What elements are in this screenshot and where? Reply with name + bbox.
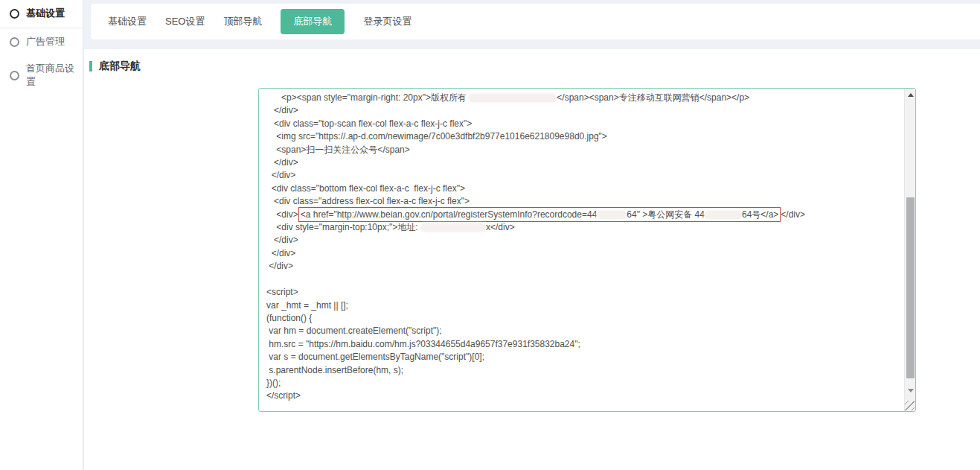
code-line: var _hmt = _hmt || []; [266, 299, 903, 312]
code-text: <img src="https://.ap-d.com/newimage/7c0… [266, 131, 607, 142]
code-line: <div class="bottom flex-col flex-a-c fle… [266, 182, 903, 195]
page-title: 底部导航 [99, 60, 141, 73]
settings-sidebar: 基础设置 广告管理 首页商品设置 [0, 0, 83, 470]
code-line: <div class="top-scan flex-col flex-a-c f… [266, 118, 903, 130]
code-line: s.parentNode.insertBefore(hm, s); [266, 364, 903, 377]
code-line [266, 273, 903, 286]
code-text: </script> [266, 390, 301, 401]
red-annotation-box: <a href="http://www.beian.gov.cn/portal/… [298, 207, 781, 222]
code-text: var _hmt = _hmt || []; [266, 300, 348, 311]
code-text: <div class="address flex-col flex-a-c fl… [266, 196, 470, 206]
code-text: </div> [781, 209, 805, 220]
footer-html-code-textarea[interactable]: <p><span style="margin-right: 20px">版权所有… [258, 88, 916, 412]
code-content: <p><span style="margin-right: 20px">版权所有… [259, 89, 904, 411]
scroll-down-button[interactable] [905, 385, 916, 396]
redacted-text [469, 94, 557, 102]
code-text: var s = document.getElementsByTagName("s… [266, 352, 484, 362]
code-text: var hm = document.createElement("script"… [266, 325, 442, 336]
code-line: </div> [266, 247, 903, 260]
code-line: hm.src = "https://hm.baidu.com/hm.js?033… [266, 338, 903, 351]
code-text: <span>扫一扫关注公众号</span> [266, 145, 410, 155]
redacted-text [705, 211, 742, 219]
tab-top-navigation[interactable]: 顶部导航 [223, 9, 262, 34]
code-line: <div><a href="http://www.beian.gov.cn/po… [266, 209, 903, 221]
code-text: <div class="bottom flex-col flex-a-c fle… [266, 183, 465, 194]
code-line: </div> [266, 104, 903, 117]
sidebar-item-label: 基础设置 [26, 7, 65, 20]
code-line: </div> [266, 169, 903, 182]
code-text: x</div> [486, 222, 515, 232]
scrollbar-thumb[interactable] [906, 197, 915, 378]
code-text: </div> [266, 157, 298, 168]
code-line: </script> [266, 390, 903, 402]
sidebar-item-label: 首页商品设置 [26, 62, 83, 89]
code-text: s.parentNode.insertBefore(hm, s); [266, 365, 403, 375]
code-line: })(); [266, 377, 903, 390]
sidebar-item-basic-settings[interactable]: 基础设置 [0, 0, 83, 28]
radio-circle-icon [10, 9, 19, 19]
code-line: </div> [266, 234, 903, 247]
code-text: (function() { [266, 313, 312, 323]
code-text: </div> [266, 170, 295, 180]
textarea-resize-grip-icon[interactable] [905, 401, 915, 410]
code-text: <a href="http://www.beian.gov.cn/portal/… [301, 209, 598, 220]
tab-basic-settings[interactable]: 基础设置 [108, 9, 147, 34]
arrow-up-icon [908, 93, 914, 97]
code-text: </div> [266, 105, 298, 115]
code-text: <script> [266, 287, 298, 297]
sidebar-item-homepage-products[interactable]: 首页商品设置 [0, 55, 83, 95]
tab-bottom-navigation[interactable]: 底部导航 [281, 9, 345, 34]
code-text: hm.src = "https://hm.baidu.com/hm.js?033… [266, 339, 580, 349]
code-line: <div style="margin-top:10px;">地址: x</div… [266, 221, 903, 234]
code-text: })(); [266, 378, 281, 388]
code-line: </div> [266, 260, 903, 273]
code-text: 64" >粤公网安备 44 [627, 209, 705, 220]
code-text: </div> [266, 235, 298, 245]
code-text: </div> [266, 248, 295, 258]
code-line: (function() { [266, 312, 903, 325]
vertical-scrollbar[interactable] [904, 89, 915, 411]
code-line: var hm = document.createElement("script"… [266, 325, 903, 337]
code-text: 64号</a> [742, 209, 778, 220]
tab-seo-settings[interactable]: SEO设置 [165, 9, 205, 34]
code-text: <div class="top-scan flex-col flex-a-c f… [266, 118, 472, 129]
code-line: var s = document.getElementsByTagName("s… [266, 351, 903, 363]
arrow-down-icon [908, 389, 914, 393]
title-accent-bar [89, 61, 92, 72]
code-line: <script> [266, 286, 903, 299]
code-text: <p><span style="margin-right: 20px">版权所有 [266, 92, 469, 103]
tab-login-page-settings[interactable]: 登录页设置 [363, 9, 411, 34]
code-text: <div style="margin-top:10px;">地址: [266, 222, 420, 232]
settings-tab-bar: 基础设置 SEO设置 顶部导航 底部导航 登录页设置 [91, 4, 980, 39]
code-line: </div> [266, 156, 903, 169]
code-text: </span><span>专注移动互联网营销</span></p> [557, 92, 749, 103]
radio-circle-icon [10, 71, 19, 80]
code-text: <div> [266, 209, 298, 220]
sidebar-item-ad-management[interactable]: 广告管理 [0, 28, 83, 55]
code-text: </div> [266, 261, 293, 271]
code-line: <img src="https://.ap-d.com/newimage/7c0… [266, 130, 903, 143]
radio-circle-icon [10, 37, 19, 47]
code-text [266, 274, 269, 285]
section-title: 底部导航 [89, 60, 141, 73]
sidebar-item-label: 广告管理 [26, 35, 65, 48]
bottom-navigation-panel: 底部导航 <p><span style="margin-right: 20px"… [84, 49, 980, 470]
redacted-text [420, 223, 486, 232]
scroll-up-button[interactable] [905, 89, 916, 101]
code-line: <span>扫一扫关注公众号</span> [266, 144, 903, 156]
code-line: <p><span style="margin-right: 20px">版权所有… [266, 92, 903, 104]
redacted-text [597, 211, 627, 219]
